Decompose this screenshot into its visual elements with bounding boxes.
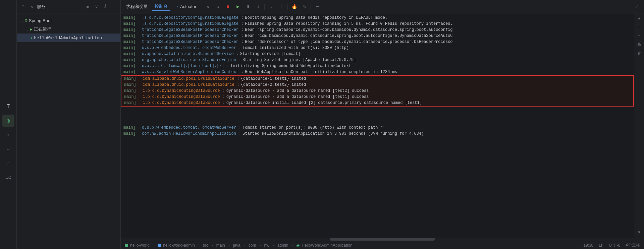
sidebar-icon-bookmark[interactable]: ◎ (2, 115, 14, 127)
log-separator: : (237, 76, 239, 82)
log-thread: main] (124, 100, 143, 106)
lf-label: LF (599, 243, 603, 248)
resume-icon[interactable]: ▶ (233, 2, 242, 11)
log-message: dynamic-datasource - add a datasource na… (226, 94, 369, 100)
console-label: 控制台 (155, 3, 168, 9)
pause-icon[interactable]: ⏸ (244, 2, 252, 11)
sidebar-icon-layout[interactable]: ⊟ (2, 143, 14, 155)
console-area: main].s.d.r.c.RepositoryConfigurationDel… (121, 13, 644, 238)
scroll-down-icon[interactable]: ↓ (267, 2, 275, 11)
log-class: trationDelegate$BeanPostProcessorChecker (142, 27, 238, 33)
status-module[interactable]: hello-world-admin (156, 243, 196, 248)
console-scrollbar[interactable] (121, 238, 644, 241)
log-thread: main] (123, 21, 142, 27)
expand-icon[interactable]: ⤢ (633, 2, 641, 11)
log-class: c.b.d.d.DynamicRoutingDataSource (143, 94, 220, 100)
more-icon[interactable]: ⋯ (313, 2, 322, 11)
status-com[interactable]: com (247, 243, 258, 248)
log-line: main]com.alibaba.druid.pool.DruidDataSou… (121, 82, 634, 88)
tree-running-arrow: ⌄ (25, 26, 30, 32)
filter-icon[interactable]: ⊽ (93, 3, 100, 10)
separator-3 (287, 4, 288, 10)
status-lf[interactable]: LF (597, 243, 605, 248)
log-separator: : (241, 39, 244, 45)
log-separator: : (239, 131, 241, 137)
actuator-arrow-icon: → (174, 4, 179, 9)
log-separator: : (237, 82, 239, 88)
status-indent[interactable]: 4个空格 (624, 242, 641, 248)
print-icon[interactable]: 🖶 (636, 41, 643, 48)
actuator-tab[interactable]: → Actuator (172, 2, 199, 11)
log-line: main].s.d.r.c.RepositoryConfigurationDel… (121, 15, 634, 21)
log-class: .s.d.r.c.RepositoryConfigurationDelegate (142, 21, 238, 27)
running-label: 正在运行 (34, 26, 51, 32)
app-icon: ✦ (30, 36, 33, 41)
status-file[interactable]: ◉ HelloWorldAdminApplication (295, 243, 354, 248)
log-message: Bean 'spring.datasource.dynamic-com.baom… (245, 27, 452, 33)
time-label: 19:38 (583, 243, 593, 248)
sidebar-icon-git[interactable]: ⎇ (2, 171, 14, 183)
main-content: 线程和变量 控制台 → Actuator ↻ ↺ ■ ▶ ⏸ ⤵ ↓ ↑ 🔥 ✎… (121, 0, 644, 249)
log-thread: main] (123, 69, 142, 75)
edit-icon[interactable]: ✎ (300, 2, 309, 11)
add-icon[interactable]: + (110, 3, 118, 10)
log-thread: main] (124, 94, 143, 100)
tree-expand-arrow: ⌄ (19, 18, 25, 23)
status-java[interactable]: java (232, 243, 242, 248)
log-line-empty (121, 113, 634, 119)
main-label: main (216, 243, 225, 248)
breadcrumb-arrow-8: › (291, 243, 293, 248)
breadcrumb-arrow-5: › (244, 243, 245, 248)
status-encoding[interactable]: UTF-8 (607, 243, 622, 248)
status-hw[interactable]: hw (263, 243, 270, 248)
separator-4 (311, 4, 311, 10)
log-separator: : (241, 27, 244, 33)
sidebar-icon-text[interactable]: T (2, 101, 14, 113)
reload-icon[interactable]: ↻ (203, 2, 212, 11)
status-main[interactable]: main (215, 243, 226, 248)
status-admin[interactable]: admin (276, 243, 290, 248)
log-message: Tomcat initialized with port(s): 8080 (h… (243, 45, 349, 51)
log-class: com.alibaba.druid.pool.DruidDataSource (143, 76, 234, 82)
toolbar: 线程和变量 控制台 → Actuator ↻ ↺ ■ ▶ ⏸ ⤵ ↓ ↑ 🔥 ✎… (121, 0, 644, 13)
fire-icon[interactable]: 🔥 (290, 2, 299, 11)
log-class: c.b.d.d.DynamicRoutingDataSource (143, 100, 220, 106)
tree-item-app[interactable]: ✦ HelloWorldAdminApplication (17, 34, 120, 42)
scrollbar-thumb[interactable] (330, 238, 435, 241)
separator-2 (264, 4, 265, 10)
console-tab[interactable]: 控制台 (152, 2, 170, 11)
sidebar-icon-play[interactable]: ▷ (2, 129, 14, 141)
tree-item-spring-boot[interactable]: ⌄ ⚙ Spring Boot (17, 16, 120, 25)
log-class: org.apache.catalina.core.StandardEngine (142, 57, 236, 63)
scroll-up-icon[interactable]: ↑ (277, 2, 285, 11)
delete-icon[interactable]: 🗑 (636, 50, 643, 57)
stop-icon[interactable]: ■ (223, 2, 232, 11)
tree-item-running[interactable]: ⌄ ▶ 正在运行 (17, 25, 120, 34)
log-line: main]c.b.d.d.DynamicRoutingDataSource:dy… (121, 88, 634, 94)
threads-tab[interactable]: 线程和变量 (123, 2, 151, 11)
sidebar-icon-warning[interactable]: ⚠ (2, 157, 14, 169)
status-src[interactable]: src (202, 243, 210, 248)
scroll-line-icon[interactable]: — (636, 23, 643, 31)
log-line: main]w.s.c.ServletWebServerApplicationCo… (121, 69, 634, 75)
chevron-up-icon[interactable]: ⌃ (19, 3, 27, 10)
export-icon[interactable]: ⤴ (102, 3, 109, 10)
log-separator: : (239, 125, 241, 131)
src-label: src (203, 243, 208, 248)
log-line-empty (121, 119, 634, 125)
scroll-down-btn[interactable]: ▼ (636, 229, 643, 236)
eye-icon[interactable]: ◉ (84, 3, 92, 10)
log-class: com.hw.admin.HelloWorldAdminApplication (142, 131, 236, 137)
log-class: o.a.c.c.C.[Tomcat].[localhost].[/] (142, 63, 224, 69)
scroll-line2-icon[interactable]: — (636, 32, 643, 40)
step-icon[interactable]: ⤵ (254, 2, 262, 11)
status-project[interactable]: hello-world (123, 243, 151, 248)
log-thread: main] (123, 63, 142, 69)
status-time[interactable]: 19:38 (582, 243, 595, 248)
close-icon[interactable]: ✕ (28, 3, 36, 10)
reload2-icon[interactable]: ↺ (213, 2, 222, 11)
log-thread: main] (123, 27, 142, 33)
console-scrollable[interactable]: main].s.d.r.c.RepositoryConfigurationDel… (121, 13, 644, 238)
scroll-up-btn[interactable]: ▲ (636, 15, 643, 22)
log-separator: : (239, 57, 241, 63)
